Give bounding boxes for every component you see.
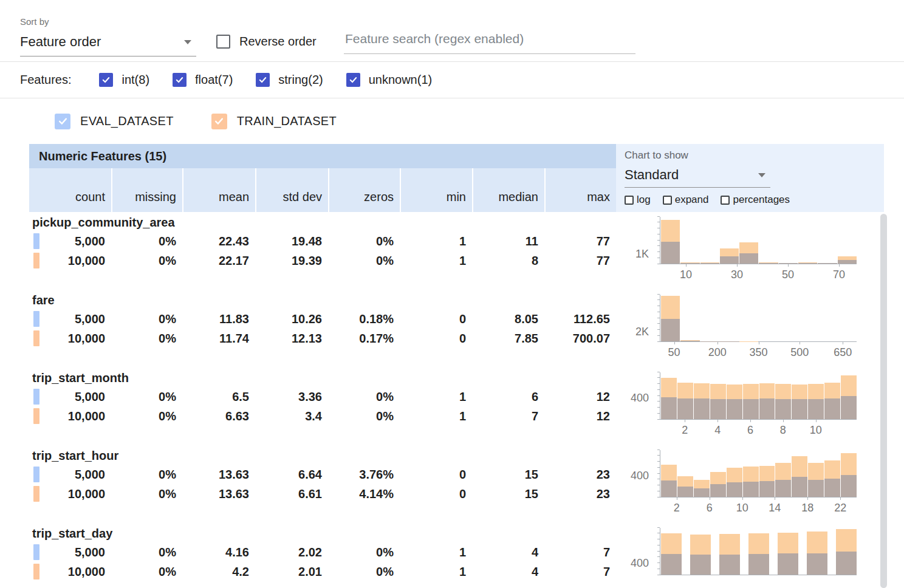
checkbox-unchecked-icon[interactable] bbox=[663, 196, 672, 205]
histogram-bar[interactable] bbox=[824, 372, 840, 419]
sort-by-select[interactable]: Feature order bbox=[20, 34, 196, 56]
histogram-bar[interactable] bbox=[792, 372, 807, 419]
histogram-bar[interactable] bbox=[798, 295, 817, 341]
dataset-toggle-eval[interactable]: EVAL_DATASET bbox=[55, 114, 174, 129]
eval-overlap-segment bbox=[727, 482, 742, 497]
histogram-bar[interactable] bbox=[739, 217, 758, 264]
eval-overlap-segment bbox=[694, 398, 710, 419]
histogram-bar[interactable] bbox=[841, 372, 857, 419]
histogram-bar[interactable] bbox=[727, 372, 742, 419]
x-axis-tick-label: 10 bbox=[680, 268, 692, 281]
histogram-bar[interactable] bbox=[680, 217, 699, 264]
checkbox-checked-icon[interactable] bbox=[99, 73, 113, 87]
histogram-bar[interactable] bbox=[661, 528, 682, 575]
checkbox-checked-icon[interactable] bbox=[173, 73, 187, 87]
stat-cell: 0% bbox=[111, 254, 182, 268]
y-axis-label: 1K bbox=[616, 248, 649, 260]
histogram-bar[interactable] bbox=[808, 372, 824, 419]
histogram-bar[interactable] bbox=[779, 217, 798, 264]
histogram-bar[interactable] bbox=[690, 528, 711, 575]
eval-overlap-segment bbox=[808, 399, 824, 419]
percentages-toggle[interactable]: percentages bbox=[721, 194, 790, 206]
histogram-bar[interactable] bbox=[808, 450, 824, 497]
histogram-bar[interactable] bbox=[677, 450, 693, 497]
histogram-bar[interactable] bbox=[727, 450, 742, 497]
histogram-bar[interactable] bbox=[661, 295, 680, 341]
histogram-bar[interactable] bbox=[838, 217, 857, 264]
histogram-bar[interactable] bbox=[775, 450, 791, 497]
chart-type-select[interactable]: Standard bbox=[625, 167, 770, 188]
vertical-scrollbar[interactable] bbox=[880, 214, 887, 588]
histogram-bar[interactable] bbox=[720, 295, 739, 341]
histogram-bar[interactable] bbox=[775, 372, 791, 419]
y-axis-tick bbox=[657, 479, 660, 479]
histogram-bar[interactable] bbox=[778, 528, 798, 575]
histogram-bar[interactable] bbox=[841, 450, 857, 497]
checkbox-checked-icon[interactable] bbox=[346, 73, 360, 87]
histogram-bar[interactable] bbox=[759, 372, 775, 419]
train-dataset-checkbox-icon[interactable] bbox=[211, 114, 227, 129]
log-toggle[interactable]: log bbox=[625, 194, 651, 206]
histogram-bar[interactable] bbox=[743, 450, 759, 497]
histogram-bar[interactable] bbox=[824, 450, 840, 497]
eval-overlap-segment bbox=[808, 480, 824, 497]
histogram-bar[interactable] bbox=[807, 528, 827, 575]
histogram-bar[interactable] bbox=[710, 372, 726, 419]
checkbox-checked-icon[interactable] bbox=[256, 73, 270, 87]
histogram-bar[interactable] bbox=[836, 528, 857, 575]
expand-toggle[interactable]: expand bbox=[663, 194, 709, 206]
filter-string[interactable]: string(2) bbox=[256, 73, 323, 87]
histogram-bar[interactable] bbox=[680, 295, 699, 341]
stat-cell: 0% bbox=[111, 312, 182, 326]
dataset-color-chip bbox=[33, 467, 39, 482]
histogram-bar[interactable] bbox=[694, 372, 710, 419]
histogram-bar[interactable] bbox=[739, 295, 758, 341]
feature-groups: pickup_community_area5,0000%22.4319.480%… bbox=[29, 212, 616, 588]
reverse-order-toggle[interactable]: Reverse order bbox=[216, 35, 317, 49]
filter-float[interactable]: float(7) bbox=[173, 73, 233, 87]
eval-dataset-checkbox-icon[interactable] bbox=[55, 114, 70, 129]
histogram-bar[interactable] bbox=[759, 450, 775, 497]
histogram-bar[interactable] bbox=[700, 295, 719, 341]
feature-search-input[interactable] bbox=[344, 32, 635, 54]
histogram-bar[interactable] bbox=[779, 295, 798, 341]
histogram-bar[interactable] bbox=[759, 295, 778, 341]
histogram-bar[interactable] bbox=[792, 450, 807, 497]
y-axis-tick bbox=[657, 527, 660, 528]
histogram-bar[interactable] bbox=[838, 295, 857, 341]
histogram-bar[interactable] bbox=[710, 450, 726, 497]
filter-unknown[interactable]: unknown(1) bbox=[346, 73, 433, 87]
histogram-bar[interactable] bbox=[694, 450, 710, 497]
y-axis-tick bbox=[657, 323, 660, 324]
checkbox-unchecked-icon[interactable] bbox=[625, 196, 634, 205]
histogram-bar[interactable] bbox=[748, 528, 769, 575]
histogram-bar[interactable] bbox=[661, 372, 677, 419]
histogram-bar[interactable] bbox=[743, 372, 759, 419]
histogram-bar[interactable] bbox=[818, 295, 837, 341]
y-axis-tick bbox=[657, 395, 660, 396]
histogram-bar[interactable] bbox=[759, 217, 778, 264]
filter-int[interactable]: int(8) bbox=[99, 73, 149, 87]
feature-row-train: 10,0000%13.636.614.14%01523 bbox=[29, 484, 616, 504]
histogram-bar[interactable] bbox=[798, 217, 817, 264]
x-axis-tick bbox=[783, 419, 784, 422]
y-axis-label: 400 bbox=[616, 470, 649, 482]
stat-cell: 1 bbox=[400, 545, 472, 559]
x-axis-tick-label: 2 bbox=[674, 502, 680, 514]
histogram-bar[interactable] bbox=[818, 217, 837, 264]
histogram-bar[interactable] bbox=[720, 217, 739, 264]
feature-row-train: 10,0000%11.7412.130.17%07.85700.07 bbox=[29, 329, 616, 348]
stat-cell: 5,000 bbox=[29, 390, 111, 404]
eval-overlap-segment bbox=[759, 398, 775, 419]
stat-cell: 8 bbox=[472, 254, 544, 268]
histogram-bar[interactable] bbox=[700, 217, 719, 264]
dataset-toggle-train[interactable]: TRAIN_DATASET bbox=[211, 114, 337, 129]
eval-overlap-segment bbox=[798, 263, 817, 264]
histogram-bar[interactable] bbox=[661, 217, 680, 264]
histogram-bar[interactable] bbox=[677, 372, 693, 419]
histogram-bar[interactable] bbox=[719, 528, 740, 575]
feature-name: fare bbox=[29, 290, 616, 309]
checkbox-unchecked-icon[interactable] bbox=[216, 35, 230, 49]
histogram-bar[interactable] bbox=[661, 450, 677, 497]
checkbox-unchecked-icon[interactable] bbox=[721, 196, 730, 205]
